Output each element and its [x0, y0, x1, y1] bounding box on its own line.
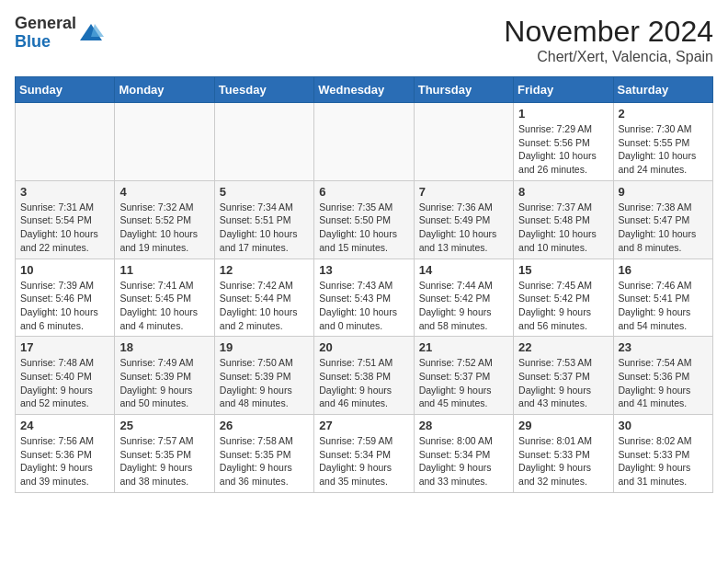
day-info: Sunrise: 7:36 AM Sunset: 5:49 PM Dayligh… [419, 201, 508, 255]
day-info: Sunrise: 7:43 AM Sunset: 5:43 PM Dayligh… [319, 279, 408, 333]
logo-blue-text: Blue [15, 33, 76, 52]
logo-general-text: General [15, 15, 76, 33]
calendar-cell: 5Sunrise: 7:34 AM Sunset: 5:51 PM Daylig… [214, 180, 313, 259]
day-number: 6 [319, 185, 408, 199]
calendar-cell: 11Sunrise: 7:41 AM Sunset: 5:45 PM Dayli… [115, 259, 214, 337]
calendar-cell: 13Sunrise: 7:43 AM Sunset: 5:43 PM Dayli… [314, 259, 414, 337]
calendar-cell: 18Sunrise: 7:49 AM Sunset: 5:39 PM Dayli… [115, 337, 214, 415]
calendar-week-row: 17Sunrise: 7:48 AM Sunset: 5:40 PM Dayli… [16, 337, 713, 415]
location: Chert/Xert, Valencia, Spain [504, 49, 713, 65]
day-number: 5 [220, 185, 309, 199]
calendar-cell [414, 103, 513, 181]
day-info: Sunrise: 7:45 AM Sunset: 5:42 PM Dayligh… [518, 279, 608, 333]
calendar-week-row: 3Sunrise: 7:31 AM Sunset: 5:54 PM Daylig… [16, 180, 713, 259]
day-number: 9 [619, 185, 708, 199]
day-info: Sunrise: 8:01 AM Sunset: 5:33 PM Dayligh… [518, 434, 608, 488]
calendar-cell: 30Sunrise: 8:02 AM Sunset: 5:33 PM Dayli… [613, 415, 712, 493]
day-info: Sunrise: 7:50 AM Sunset: 5:39 PM Dayligh… [220, 356, 309, 410]
calendar-table: SundayMondayTuesdayWednesdayThursdayFrid… [15, 76, 713, 493]
day-info: Sunrise: 7:30 AM Sunset: 5:55 PM Dayligh… [619, 122, 708, 177]
day-number: 27 [319, 419, 408, 432]
day-info: Sunrise: 7:39 AM Sunset: 5:46 PM Dayligh… [20, 279, 109, 333]
calendar-cell: 6Sunrise: 7:35 AM Sunset: 5:50 PM Daylig… [314, 180, 414, 259]
day-number: 23 [619, 340, 708, 354]
calendar-cell: 10Sunrise: 7:39 AM Sunset: 5:46 PM Dayli… [16, 259, 115, 337]
day-info: Sunrise: 7:59 AM Sunset: 5:34 PM Dayligh… [319, 434, 408, 488]
day-number: 16 [619, 263, 708, 277]
day-info: Sunrise: 7:57 AM Sunset: 5:35 PM Dayligh… [119, 434, 209, 488]
calendar-cell: 3Sunrise: 7:31 AM Sunset: 5:54 PM Daylig… [16, 180, 115, 259]
calendar-cell: 12Sunrise: 7:42 AM Sunset: 5:44 PM Dayli… [214, 259, 313, 337]
day-number: 22 [518, 340, 608, 354]
day-info: Sunrise: 7:48 AM Sunset: 5:40 PM Dayligh… [20, 356, 109, 410]
calendar-cell: 17Sunrise: 7:48 AM Sunset: 5:40 PM Dayli… [16, 337, 115, 415]
day-info: Sunrise: 8:02 AM Sunset: 5:33 PM Dayligh… [619, 434, 708, 488]
calendar-cell [16, 103, 115, 181]
day-info: Sunrise: 7:44 AM Sunset: 5:42 PM Dayligh… [419, 279, 508, 333]
calendar-week-row: 1Sunrise: 7:29 AM Sunset: 5:56 PM Daylig… [16, 103, 713, 181]
day-info: Sunrise: 7:49 AM Sunset: 5:39 PM Dayligh… [119, 356, 209, 410]
day-number: 7 [419, 185, 508, 199]
calendar-cell: 8Sunrise: 7:37 AM Sunset: 5:48 PM Daylig… [514, 180, 613, 259]
calendar-header-saturday: Saturday [613, 77, 712, 103]
day-number: 3 [20, 185, 109, 199]
calendar-cell [115, 103, 214, 181]
calendar-header-row: SundayMondayTuesdayWednesdayThursdayFrid… [16, 77, 713, 103]
calendar-cell: 21Sunrise: 7:52 AM Sunset: 5:37 PM Dayli… [414, 337, 513, 415]
calendar-cell: 19Sunrise: 7:50 AM Sunset: 5:39 PM Dayli… [214, 337, 313, 415]
day-number: 28 [419, 419, 508, 432]
day-info: Sunrise: 7:46 AM Sunset: 5:41 PM Dayligh… [619, 279, 708, 333]
day-number: 14 [419, 263, 508, 277]
calendar-cell: 14Sunrise: 7:44 AM Sunset: 5:42 PM Dayli… [414, 259, 513, 337]
calendar-header-tuesday: Tuesday [214, 77, 313, 103]
calendar-cell: 2Sunrise: 7:30 AM Sunset: 5:55 PM Daylig… [613, 103, 712, 181]
day-number: 30 [619, 419, 708, 432]
day-number: 15 [518, 263, 608, 277]
calendar-header-monday: Monday [115, 77, 214, 103]
day-info: Sunrise: 7:32 AM Sunset: 5:52 PM Dayligh… [119, 201, 209, 255]
calendar-header-wednesday: Wednesday [314, 77, 414, 103]
month-year: November 2024 [504, 15, 713, 49]
calendar-header-friday: Friday [514, 77, 613, 103]
day-number: 20 [319, 340, 408, 354]
day-number: 13 [319, 263, 408, 277]
logo: General Blue [15, 15, 104, 52]
day-number: 26 [220, 419, 309, 432]
day-info: Sunrise: 7:34 AM Sunset: 5:51 PM Dayligh… [220, 201, 309, 255]
day-number: 12 [220, 263, 309, 277]
day-number: 21 [419, 340, 508, 354]
day-info: Sunrise: 7:35 AM Sunset: 5:50 PM Dayligh… [319, 201, 408, 255]
day-number: 18 [119, 340, 209, 354]
calendar-cell: 28Sunrise: 8:00 AM Sunset: 5:34 PM Dayli… [414, 415, 513, 493]
day-number: 25 [119, 419, 209, 432]
calendar-cell: 26Sunrise: 7:58 AM Sunset: 5:35 PM Dayli… [214, 415, 313, 493]
calendar-week-row: 24Sunrise: 7:56 AM Sunset: 5:36 PM Dayli… [16, 415, 713, 493]
day-info: Sunrise: 7:56 AM Sunset: 5:36 PM Dayligh… [20, 434, 109, 488]
day-info: Sunrise: 7:29 AM Sunset: 5:56 PM Dayligh… [518, 122, 608, 177]
day-number: 4 [119, 185, 209, 199]
day-info: Sunrise: 7:54 AM Sunset: 5:36 PM Dayligh… [619, 356, 708, 410]
calendar-cell: 1Sunrise: 7:29 AM Sunset: 5:56 PM Daylig… [514, 103, 613, 181]
day-number: 1 [518, 107, 608, 121]
day-number: 10 [20, 263, 109, 277]
day-number: 17 [20, 340, 109, 354]
day-info: Sunrise: 7:38 AM Sunset: 5:47 PM Dayligh… [619, 201, 708, 255]
calendar-cell: 29Sunrise: 8:01 AM Sunset: 5:33 PM Dayli… [514, 415, 613, 493]
day-info: Sunrise: 7:53 AM Sunset: 5:37 PM Dayligh… [518, 356, 608, 410]
calendar-cell [214, 103, 313, 181]
calendar-cell: 4Sunrise: 7:32 AM Sunset: 5:52 PM Daylig… [115, 180, 214, 259]
calendar-header-thursday: Thursday [414, 77, 513, 103]
calendar-cell: 23Sunrise: 7:54 AM Sunset: 5:36 PM Dayli… [613, 337, 712, 415]
day-number: 2 [619, 107, 708, 121]
calendar-week-row: 10Sunrise: 7:39 AM Sunset: 5:46 PM Dayli… [16, 259, 713, 337]
calendar-cell: 16Sunrise: 7:46 AM Sunset: 5:41 PM Dayli… [613, 259, 712, 337]
day-number: 8 [518, 185, 608, 199]
day-number: 11 [119, 263, 209, 277]
day-info: Sunrise: 7:52 AM Sunset: 5:37 PM Dayligh… [419, 356, 508, 410]
calendar-cell: 9Sunrise: 7:38 AM Sunset: 5:47 PM Daylig… [613, 180, 712, 259]
calendar-header-sunday: Sunday [16, 77, 115, 103]
calendar-cell: 27Sunrise: 7:59 AM Sunset: 5:34 PM Dayli… [314, 415, 414, 493]
calendar-cell: 15Sunrise: 7:45 AM Sunset: 5:42 PM Dayli… [514, 259, 613, 337]
svg-marker-1 [91, 24, 104, 37]
calendar-cell: 24Sunrise: 7:56 AM Sunset: 5:36 PM Dayli… [16, 415, 115, 493]
